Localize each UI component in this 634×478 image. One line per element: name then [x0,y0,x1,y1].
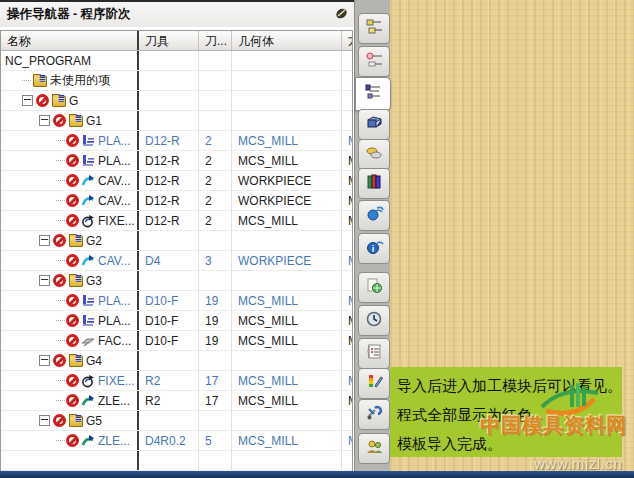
name-cell[interactable]: FAC... [1,331,139,350]
resource-tab-roles-tools[interactable] [358,399,390,430]
expander-minus-icon[interactable] [39,235,50,246]
pin-icon[interactable] [335,6,348,24]
geometry-cell [232,111,342,130]
method-cell [342,71,352,90]
resource-tab-web-browser[interactable] [358,272,390,303]
method-cell [342,231,352,250]
resource-tab-operation-navigator[interactable] [355,77,391,111]
resource-tab-assembly-navigator[interactable] [358,13,390,44]
toolpath-cell [199,271,232,290]
operation-row[interactable]: PLA...D12-R2MCS_MILLM [1,151,352,171]
tree-row[interactable]: NC_PROGRAM [1,51,352,71]
name-cell[interactable]: PLA... [1,151,139,170]
resource-tab-info-channel[interactable]: i [358,233,390,264]
tool-cell [139,351,199,370]
name-cell[interactable]: ZLE... [1,431,139,450]
program-group-row[interactable]: G [1,91,352,111]
program-group-row[interactable]: G3 [1,271,352,291]
resource-tab-visual-reports[interactable] [358,368,390,399]
resource-tab-constraint-navigator[interactable] [358,46,390,77]
name-cell[interactable]: CAV... [1,191,139,210]
name-cell[interactable]: CAV... [1,171,139,190]
name-cell[interactable]: NC_PROGRAM [1,51,139,70]
geometry-cell: WORKPIECE [232,191,342,210]
column-header-tool[interactable]: 刀具 [139,31,199,50]
resource-tab-process-notebook[interactable] [358,338,390,369]
operation-row[interactable]: PLA...D12-R2MCS_MILLM [1,131,352,151]
operation-row[interactable]: FIXE...R217MCS_MILLM [1,371,352,391]
operation-row[interactable]: ZLE...R217MCS_MILLM [1,391,352,411]
method-cell [342,111,352,130]
name-cell[interactable]: FIXE... [1,371,139,390]
resource-tab-hd3d-tools[interactable] [358,200,390,231]
name-cell[interactable]: G3 [1,271,139,290]
geometry-cell: WORKPIECE [232,171,342,190]
toolpath-cell [199,351,232,370]
column-header-toolpath[interactable]: 刀... [199,31,232,50]
unpostprocessed-icon [66,134,79,147]
toolpath-cell: 19 [199,291,232,310]
name-cell[interactable]: FIXE... [1,211,139,230]
method-cell: M [342,171,352,190]
name-cell[interactable]: G5 [1,411,139,430]
name-cell[interactable]: PLA... [1,131,139,150]
resource-tab-machining-feature-navigator[interactable] [358,109,390,140]
toolpath-cell: 17 [199,371,232,390]
tree-row[interactable]: 未使用的项 [1,71,352,91]
program-group-row[interactable]: G2 [1,231,352,251]
toolpath-cell [199,451,232,470]
geometry-cell [232,231,342,250]
resource-tab-library-books[interactable] [358,168,390,199]
expander-minus-icon[interactable] [22,95,33,106]
expander-minus-icon[interactable] [39,275,50,286]
constraint-navigator-icon [365,51,384,73]
name-cell[interactable]: CAV... [1,251,139,270]
column-header-method[interactable]: 方 [342,31,352,50]
operation-row[interactable]: FIXE...D12-R2MCS_MILLM [1,211,352,231]
name-cell[interactable]: G4 [1,351,139,370]
program-folder-icon [69,236,83,247]
node-label: CAV... [98,174,131,188]
resource-tab-user-groups[interactable] [358,433,390,464]
expander-minus-icon[interactable] [39,415,50,426]
method-cell: M [342,291,352,310]
program-group-row[interactable]: G1 [1,111,352,131]
node-label: PLA... [98,294,131,308]
tree-connector [56,200,65,202]
operation-row[interactable]: ZLE...D4R0.25MCS_MILLM [1,431,352,451]
operation-row[interactable]: FAC...D10-F19MCS_MILLM [1,331,352,351]
operation-row[interactable]: CAV...D12-R2WORKPIECEM [1,191,352,211]
toolpath-cell [199,411,232,430]
name-cell[interactable]: PLA... [1,291,139,310]
column-header-geometry[interactable]: 几何体 [232,31,342,50]
operation-row[interactable]: PLA...D10-F19MCS_MILLM [1,291,352,311]
expander-minus-icon[interactable] [39,115,50,126]
geometry-cell: WORKPIECE [232,251,342,270]
program-group-row[interactable]: G4 [1,351,352,371]
column-header-name[interactable]: 名称 [1,31,139,50]
expander-minus-icon[interactable] [39,355,50,366]
toolpath-cell: 2 [199,131,232,150]
tool-cell [139,111,199,130]
name-cell[interactable]: G2 [1,231,139,250]
name-cell[interactable]: PLA... [1,311,139,330]
program-group-row[interactable]: G5 [1,411,352,431]
tool-cell [139,271,199,290]
geometry-cell: MCS_MILL [232,331,342,350]
resource-tab-history-clock[interactable] [358,305,390,336]
operation-row[interactable]: PLA...D10-F19MCS_MILLM [1,311,352,331]
name-cell[interactable]: G1 [1,111,139,130]
operation-row[interactable]: CAV...D12-R2WORKPIECEM [1,171,352,191]
name-cell[interactable]: 未使用的项 [1,71,139,90]
operation-row[interactable]: CAV...D43WORKPIECEM [1,251,352,271]
tool-cell: D12-R [139,171,199,190]
tree-connector [56,160,65,162]
zlevel-mill-icon [81,434,95,448]
tree-indent [1,120,39,121]
method-cell: M [342,311,352,330]
tool-cell: D12-R [139,151,199,170]
name-cell[interactable]: G [1,91,139,110]
name-cell[interactable]: ZLE... [1,391,139,410]
resource-tab-reuse-library[interactable] [358,139,390,170]
tool-cell [139,231,199,250]
